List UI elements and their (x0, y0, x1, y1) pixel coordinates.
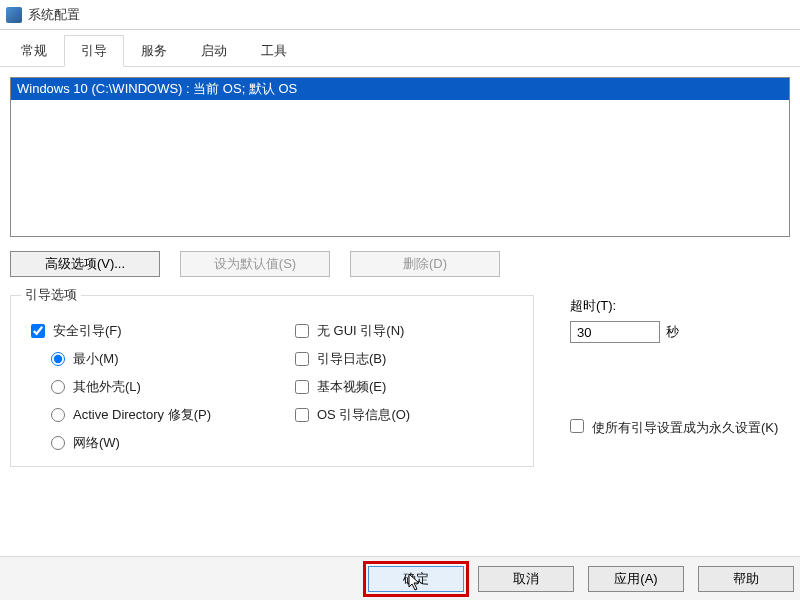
safe-boot-radios: 最小(M) 其他外壳(L) Active Directory 修复(P) (51, 350, 255, 452)
radio-network-label: 网络(W) (73, 434, 120, 452)
os-listbox[interactable]: Windows 10 (C:\WINDOWS) : 当前 OS; 默认 OS (10, 77, 790, 237)
no-gui-row[interactable]: 无 GUI 引导(N) (295, 322, 519, 340)
ok-label: 确定 (403, 570, 429, 588)
osinfo-checkbox[interactable] (295, 408, 309, 422)
boot-options-legend: 引导选项 (21, 286, 81, 304)
timeout-label: 超时(T): (570, 297, 790, 315)
radio-minimal-row[interactable]: 最小(M) (51, 350, 255, 368)
os-list-item[interactable]: Windows 10 (C:\WINDOWS) : 当前 OS; 默认 OS (11, 78, 789, 100)
osinfo-row[interactable]: OS 引导信息(O) (295, 406, 519, 424)
tab-strip: 常规 引导 服务 启动 工具 (0, 34, 800, 67)
radio-adrepair-label: Active Directory 修复(P) (73, 406, 211, 424)
boot-options-col1: 安全引导(F) 最小(M) 其他外壳(L) Acti (25, 312, 255, 452)
tab-boot[interactable]: 引导 (64, 35, 124, 67)
cancel-button[interactable]: 取消 (478, 566, 574, 592)
safe-boot-label: 安全引导(F) (53, 322, 122, 340)
safe-boot-row[interactable]: 安全引导(F) (31, 322, 255, 340)
timeout-row: 秒 (570, 321, 790, 343)
permanent-checkbox[interactable] (570, 419, 584, 433)
osinfo-label: OS 引导信息(O) (317, 406, 410, 424)
advanced-options-button[interactable]: 高级选项(V)... (10, 251, 160, 277)
timeout-input[interactable] (570, 321, 660, 343)
window-title: 系统配置 (28, 6, 80, 24)
titlebar: 系统配置 (0, 0, 800, 30)
tab-startup[interactable]: 启动 (184, 35, 244, 67)
safe-boot-checkbox[interactable] (31, 324, 45, 338)
radio-altshell-label: 其他外壳(L) (73, 378, 141, 396)
timeout-seconds-label: 秒 (666, 323, 679, 341)
help-label: 帮助 (733, 570, 759, 588)
radio-altshell[interactable] (51, 380, 65, 394)
right-pane: 超时(T): 秒 使所有引导设置成为永久设置(K) (570, 295, 790, 467)
radio-adrepair[interactable] (51, 408, 65, 422)
cancel-label: 取消 (513, 570, 539, 588)
basevideo-label: 基本视频(E) (317, 378, 386, 396)
help-button[interactable]: 帮助 (698, 566, 794, 592)
delete-label: 删除(D) (403, 255, 447, 273)
set-default-label: 设为默认值(S) (214, 255, 296, 273)
apply-button[interactable]: 应用(A) (588, 566, 684, 592)
no-gui-label: 无 GUI 引导(N) (317, 322, 404, 340)
basevideo-checkbox[interactable] (295, 380, 309, 394)
radio-network[interactable] (51, 436, 65, 450)
tab-content: Windows 10 (C:\WINDOWS) : 当前 OS; 默认 OS 高… (0, 67, 800, 477)
radio-altshell-row[interactable]: 其他外壳(L) (51, 378, 255, 396)
delete-button: 删除(D) (350, 251, 500, 277)
ok-button[interactable]: 确定 (368, 566, 464, 592)
radio-minimal[interactable] (51, 352, 65, 366)
set-default-button: 设为默认值(S) (180, 251, 330, 277)
dialog-footer: 确定 取消 应用(A) 帮助 (0, 556, 800, 600)
radio-network-row[interactable]: 网络(W) (51, 434, 255, 452)
tab-general[interactable]: 常规 (4, 35, 64, 67)
radio-adrepair-row[interactable]: Active Directory 修复(P) (51, 406, 255, 424)
tab-services[interactable]: 服务 (124, 35, 184, 67)
lower-panel: 引导选项 安全引导(F) 最小(M) 其他外壳(L) (10, 295, 790, 467)
boot-options-columns: 安全引导(F) 最小(M) 其他外壳(L) Acti (25, 312, 519, 452)
no-gui-checkbox[interactable] (295, 324, 309, 338)
tab-tools[interactable]: 工具 (244, 35, 304, 67)
apply-label: 应用(A) (614, 570, 657, 588)
bootlog-checkbox[interactable] (295, 352, 309, 366)
os-button-row: 高级选项(V)... 设为默认值(S) 删除(D) (10, 251, 790, 277)
bootlog-label: 引导日志(B) (317, 350, 386, 368)
advanced-options-label: 高级选项(V)... (45, 255, 125, 273)
boot-options-col2: 无 GUI 引导(N) 引导日志(B) 基本视频(E) OS 引导信息(O) (295, 312, 519, 452)
radio-minimal-label: 最小(M) (73, 350, 119, 368)
boot-options-fieldset: 引导选项 安全引导(F) 最小(M) 其他外壳(L) (10, 295, 534, 467)
permanent-row[interactable]: 使所有引导设置成为永久设置(K) (570, 419, 790, 437)
basevideo-row[interactable]: 基本视频(E) (295, 378, 519, 396)
permanent-label: 使所有引导设置成为永久设置(K) (592, 419, 778, 437)
bootlog-row[interactable]: 引导日志(B) (295, 350, 519, 368)
app-icon (6, 7, 22, 23)
